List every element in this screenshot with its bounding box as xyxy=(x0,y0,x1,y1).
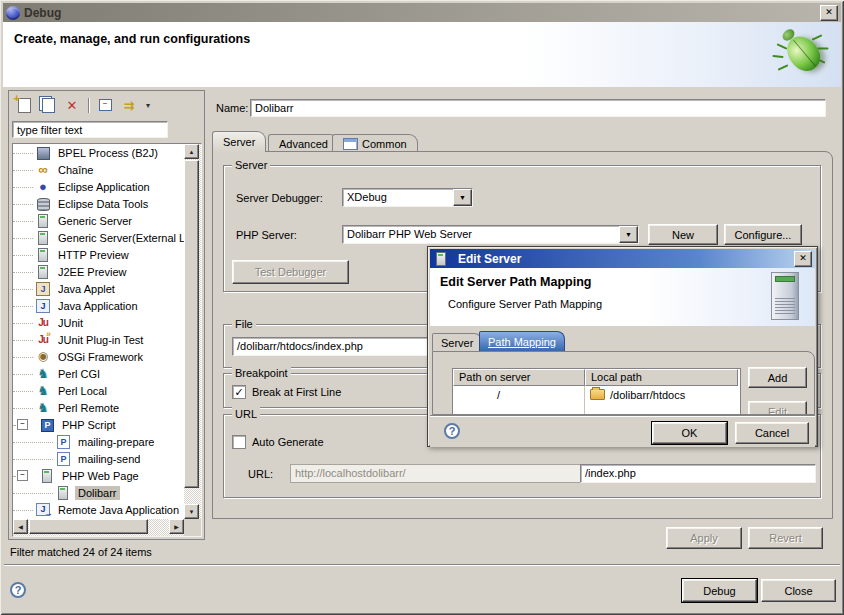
tree-guide xyxy=(13,254,33,256)
debug-configurations-window: { "icons": { "close-icon": "✕", "dropdow… xyxy=(0,0,844,615)
tree-vertical-scrollbar[interactable]: ▲ ▼ xyxy=(184,144,201,519)
tree-item[interactable]: BPEL Process (B2J) xyxy=(13,144,184,161)
page-title: Create, manage, and run configurations xyxy=(14,32,250,46)
server-icon xyxy=(55,486,71,500)
tree-item-label: Dolibarr xyxy=(75,486,120,500)
help-button[interactable]: ? xyxy=(10,582,26,598)
window-title: Debug xyxy=(24,6,61,20)
dialog-tab-path-mapping[interactable]: Path Mapping xyxy=(479,331,565,351)
filter-button[interactable]: ⇉ xyxy=(119,96,139,114)
column-path-on-server[interactable]: Path on server xyxy=(453,369,585,386)
tree-item[interactable]: Chaîne xyxy=(13,161,184,178)
debug-button[interactable]: Debug xyxy=(682,579,757,602)
new-server-button[interactable]: New xyxy=(648,224,718,245)
dialog-help-button[interactable]: ? xyxy=(444,423,460,439)
database-icon xyxy=(35,197,51,211)
collapse-toggle-icon[interactable]: − xyxy=(17,419,28,430)
scroll-left-button[interactable]: ◀ xyxy=(13,519,28,534)
url-label: URL: xyxy=(248,468,273,480)
horizontal-scroll-thumb[interactable] xyxy=(29,519,148,534)
tree-item[interactable]: Java Application xyxy=(13,297,184,314)
filter-menu-button[interactable]: ▾ xyxy=(143,96,153,114)
scroll-up-button[interactable]: ▲ xyxy=(184,144,199,159)
name-input[interactable]: Dolibarr xyxy=(250,99,826,117)
tree-item[interactable]: HTTP Preview xyxy=(13,246,184,263)
filter-input[interactable]: type filter text xyxy=(12,121,168,138)
test-debugger-button[interactable]: Test Debugger xyxy=(232,260,349,284)
php-server-select[interactable]: Dolibarr PHP Web Server ▼ xyxy=(342,225,639,244)
server-path-cell: / xyxy=(453,386,585,403)
server-debugger-select[interactable]: XDebug ▼ xyxy=(342,188,473,207)
vertical-scroll-thumb[interactable] xyxy=(184,160,199,488)
tree-item-label: JUnit xyxy=(55,316,86,330)
revert-button[interactable]: Revert xyxy=(748,527,823,549)
close-button[interactable]: Close xyxy=(761,579,836,602)
dialog-tab-server[interactable]: Server xyxy=(432,333,482,351)
tree-item-label: Generic Server xyxy=(55,214,135,228)
tree-item[interactable]: mailing-send xyxy=(13,450,184,467)
java-application-icon xyxy=(35,299,51,313)
dropdown-icon[interactable]: ▼ xyxy=(619,226,638,243)
tree-item[interactable]: Eclipse Application xyxy=(13,178,184,195)
tree-horizontal-scrollbar[interactable]: ◀ ▶ xyxy=(13,519,184,536)
collapse-all-button[interactable]: − xyxy=(95,96,115,114)
tab-server[interactable]: Server xyxy=(212,131,266,152)
tab-common-label: Common xyxy=(362,138,407,150)
php-server-value: Dolibarr PHP Web Server xyxy=(343,226,619,243)
tree-item-label: J2EE Preview xyxy=(55,265,129,279)
dropdown-icon[interactable]: ▼ xyxy=(453,189,472,206)
ok-button[interactable]: OK xyxy=(652,422,727,444)
delete-configuration-button[interactable]: ✕ xyxy=(62,96,82,114)
dialog-tab-server-label: Server xyxy=(441,337,473,349)
duplicate-configuration-button[interactable] xyxy=(38,96,58,114)
add-mapping-button[interactable]: Add xyxy=(748,367,807,388)
tree-item-label: mailing-send xyxy=(75,452,143,466)
new-configuration-icon xyxy=(18,98,31,113)
help-icon: ? xyxy=(449,425,456,437)
tree-item[interactable]: Generic Server(External La xyxy=(13,229,184,246)
path-mapping-table: Path on server Local path / /dolibarr/ht… xyxy=(452,368,741,415)
tab-advanced[interactable]: Advanced xyxy=(268,134,339,152)
collapse-toggle-icon[interactable]: − xyxy=(17,470,28,481)
window-close-button[interactable]: ✕ xyxy=(820,5,838,21)
title-bar[interactable]: Debug ✕ xyxy=(3,3,841,22)
apply-button[interactable]: Apply xyxy=(666,527,742,549)
edit-server-title-bar[interactable]: Edit Server ✕ xyxy=(430,249,815,268)
cancel-button[interactable]: Cancel xyxy=(735,422,809,444)
break-first-line-checkbox[interactable]: ✓ xyxy=(232,385,246,399)
tree-item[interactable]: Perl Remote xyxy=(13,399,184,416)
tree-item[interactable]: Perl CGI xyxy=(13,365,184,382)
tree-item[interactable]: −PHP Web Page xyxy=(13,467,184,484)
tree-item[interactable]: Generic Server xyxy=(13,212,184,229)
tree-item[interactable]: OSGi Framework xyxy=(13,348,184,365)
tree-item[interactable]: −PHP Script xyxy=(13,416,184,433)
scroll-right-button[interactable]: ▶ xyxy=(169,519,184,534)
tree-item-label: Generic Server(External La xyxy=(55,231,184,245)
auto-generate-checkbox[interactable]: ✓ xyxy=(232,435,246,449)
url-file-input[interactable]: /index.php xyxy=(580,464,816,483)
edit-mapping-button[interactable]: Edit xyxy=(748,401,807,415)
url-base-input[interactable]: http://localhostdolibarr/ xyxy=(290,464,608,483)
scroll-down-button[interactable]: ▼ xyxy=(184,504,199,519)
tree-item[interactable]: Dolibarr xyxy=(13,484,184,501)
tree-item[interactable]: J2EE Preview xyxy=(13,263,184,280)
tree-guide xyxy=(13,271,33,273)
tree-item[interactable]: Java Applet xyxy=(13,280,184,297)
tree-item[interactable]: Perl Local xyxy=(13,382,184,399)
menu-caret-icon: ▾ xyxy=(146,101,150,110)
column-local-path[interactable]: Local path xyxy=(585,369,738,386)
tree-item-label: HTTP Preview xyxy=(55,248,132,262)
tree-item[interactable]: JUnit xyxy=(13,314,184,331)
server-debugger-label: Server Debugger: xyxy=(236,192,323,204)
new-configuration-button[interactable] xyxy=(14,96,34,114)
tree-item[interactable]: JUnit Plug-in Test xyxy=(13,331,184,348)
tree-guide xyxy=(13,186,33,188)
table-row[interactable]: / /dolibarr/htdocs xyxy=(453,386,740,403)
tree-item[interactable]: mailing-prepare xyxy=(13,433,184,450)
tab-common[interactable]: Common xyxy=(332,134,418,152)
configure-server-button[interactable]: Configure... xyxy=(724,224,802,245)
left-icon: ◀ xyxy=(18,523,23,530)
tree-item[interactable]: Remote Java Application xyxy=(13,501,184,518)
dialog-close-button[interactable]: ✕ xyxy=(794,251,812,267)
tree-item[interactable]: Eclipse Data Tools xyxy=(13,195,184,212)
